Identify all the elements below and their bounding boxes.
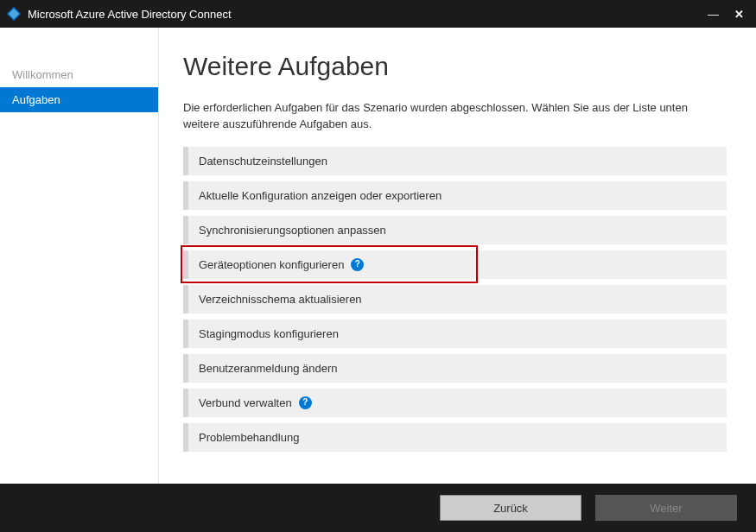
minimize-button[interactable]: — (708, 8, 719, 21)
azure-icon (7, 7, 21, 21)
task-label: Verzeichnisschema aktualisieren (199, 293, 362, 306)
task-row-6[interactable]: Benutzeranmeldung ändern (183, 354, 727, 383)
task-label: Geräteoptionen konfigurieren (199, 258, 344, 271)
task-row-1[interactable]: Aktuelle Konfiguration anzeigen oder exp… (183, 181, 727, 210)
task-label: Datenschutzeinstellungen (199, 155, 327, 168)
task-list: DatenschutzeinstellungenAktuelle Konfigu… (183, 147, 727, 452)
task-body[interactable]: Problembehandlung (188, 423, 727, 452)
titlebar: Microsoft Azure Active Directory Connect… (0, 0, 756, 28)
page-heading: Weitere Aufgaben (183, 52, 727, 81)
page-description: Die erforderlichen Aufgaben für das Szen… (183, 100, 727, 133)
task-row-2[interactable]: Synchronisierungsoptionen anpassen (183, 216, 727, 244)
help-icon[interactable]: ? (299, 396, 312, 409)
task-body[interactable]: Stagingmodus konfigurieren (188, 320, 727, 348)
task-body[interactable]: Datenschutzeinstellungen (188, 147, 727, 175)
sidebar-item-0[interactable]: Willkommen (0, 62, 158, 87)
body-area: WillkommenAufgaben Weitere Aufgaben Die … (0, 28, 756, 484)
task-label: Synchronisierungsoptionen anpassen (199, 224, 386, 237)
task-label: Benutzeranmeldung ändern (199, 362, 337, 375)
task-row-4[interactable]: Verzeichnisschema aktualisieren (183, 285, 727, 314)
sidebar-item-1[interactable]: Aufgaben (0, 87, 158, 112)
task-body[interactable]: Benutzeranmeldung ändern (188, 354, 727, 383)
footer: Zurück Weiter (0, 484, 756, 532)
window-controls: — ✕ (708, 8, 749, 21)
task-body[interactable]: Verbund verwalten? (188, 389, 727, 417)
sidebar: WillkommenAufgaben (0, 28, 159, 484)
task-label: Aktuelle Konfiguration anzeigen oder exp… (199, 189, 442, 202)
task-row-7[interactable]: Verbund verwalten? (183, 389, 727, 417)
task-body[interactable]: Aktuelle Konfiguration anzeigen oder exp… (188, 181, 727, 210)
task-label: Stagingmodus konfigurieren (199, 327, 339, 340)
task-label: Verbund verwalten (199, 396, 292, 409)
svg-marker-1 (9, 9, 19, 19)
next-button: Weiter (595, 495, 737, 521)
task-body[interactable]: Synchronisierungsoptionen anpassen (188, 216, 727, 244)
task-label: Problembehandlung (199, 431, 299, 444)
close-button[interactable]: ✕ (734, 8, 744, 21)
task-row-0[interactable]: Datenschutzeinstellungen (183, 147, 727, 175)
task-body[interactable]: Geräteoptionen konfigurieren? (188, 250, 727, 279)
task-row-3[interactable]: Geräteoptionen konfigurieren? (183, 250, 727, 279)
back-button[interactable]: Zurück (440, 495, 581, 521)
window-title: Microsoft Azure Active Directory Connect (28, 8, 708, 21)
task-body[interactable]: Verzeichnisschema aktualisieren (188, 285, 727, 314)
task-row-8[interactable]: Problembehandlung (183, 423, 727, 452)
task-row-5[interactable]: Stagingmodus konfigurieren (183, 320, 727, 348)
main-content: Weitere Aufgaben Die erforderlichen Aufg… (159, 28, 756, 484)
help-icon[interactable]: ? (351, 258, 364, 271)
